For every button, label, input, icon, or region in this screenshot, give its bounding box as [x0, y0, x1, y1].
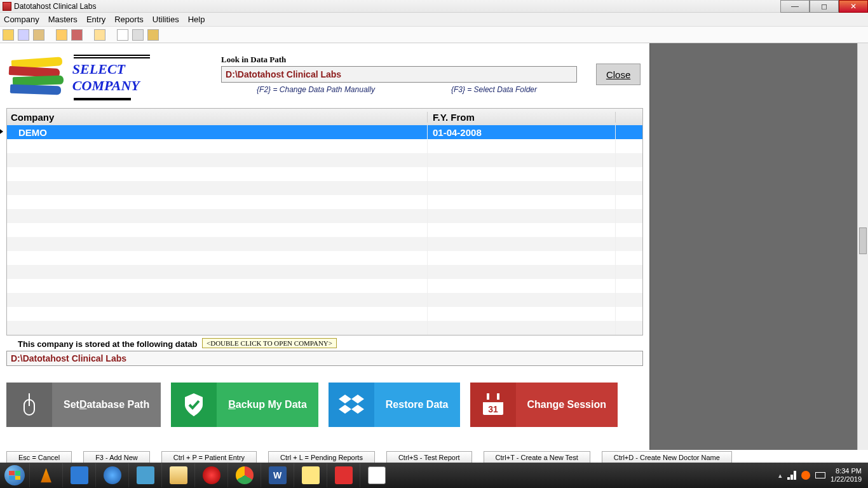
- tray-network-icon[interactable]: [787, 471, 796, 480]
- toolbar-icon-6[interactable]: [94, 29, 105, 41]
- taskbar-app-4[interactable]: [128, 463, 161, 487]
- hint-f3: {F3} = Select Data Folder: [451, 85, 537, 94]
- window-titlebar: Datotahost Clinical Labs — ◻ ✕: [0, 0, 868, 13]
- toolbar-icon-9[interactable]: [147, 29, 159, 41]
- menu-entry[interactable]: Entry: [86, 15, 105, 24]
- menu-bar: Company Masters Entry Reports Utilities …: [0, 13, 868, 27]
- menu-utilities[interactable]: Utilities: [153, 15, 179, 24]
- shortcut-ctrl-s[interactable]: Ctrl+S - Test Report: [386, 451, 472, 463]
- toolbar: [0, 27, 868, 43]
- window-minimize-button[interactable]: —: [780, 0, 810, 13]
- taskbar-app-red[interactable]: [327, 463, 360, 487]
- company-table: Company F.Y. From DEMO 01-04-2008: [6, 108, 643, 336]
- tray-avast-icon[interactable]: [801, 471, 810, 480]
- menu-reports[interactable]: Reports: [114, 15, 144, 24]
- tray-chevron-icon[interactable]: ▴: [778, 471, 782, 480]
- set-database-path-button[interactable]: Set Database Path: [6, 383, 161, 427]
- taskbar-app-2[interactable]: [62, 463, 95, 487]
- shortcut-ctrl-d[interactable]: Ctrl+D - Create New Doctor Name: [602, 451, 732, 463]
- cell-company: DEMO: [18, 127, 47, 138]
- stored-path-display: D:\Datotahost Clinical Labs: [6, 351, 643, 366]
- toolbar-icon-7[interactable]: [117, 29, 128, 41]
- toolbar-icon-2[interactable]: [18, 29, 29, 41]
- taskbar-app-ie[interactable]: [95, 463, 128, 487]
- taskbar-app-current[interactable]: [360, 463, 393, 487]
- menu-company[interactable]: Company: [4, 15, 39, 24]
- menu-masters[interactable]: Masters: [48, 15, 78, 24]
- toolbar-icon-5[interactable]: [71, 29, 83, 41]
- calendar-icon: 31: [470, 383, 516, 427]
- menu-help[interactable]: Help: [188, 15, 205, 24]
- taskbar-app-notes[interactable]: [294, 463, 327, 487]
- toolbar-icon-3[interactable]: [33, 29, 44, 41]
- books-icon: [9, 55, 66, 99]
- svg-text:31: 31: [488, 404, 498, 414]
- stored-label: This company is stored at the following …: [18, 339, 197, 349]
- main-panel: SELECT COMPANY Look in Data Path {F2} = …: [0, 43, 649, 463]
- scrollbar[interactable]: [857, 43, 868, 463]
- tray-battery-icon[interactable]: [815, 472, 825, 478]
- taskbar-app-explorer[interactable]: [161, 463, 194, 487]
- svg-rect-6: [497, 393, 499, 400]
- cell-fy: 01-04-2008: [433, 127, 482, 138]
- window-title: Datotahost Clinical Labs: [14, 2, 96, 11]
- app-icon: [3, 2, 11, 11]
- tray-clock[interactable]: 8:34 PM 1/22/2019: [831, 467, 862, 484]
- taskbar-app-opera[interactable]: [194, 463, 227, 487]
- taskbar-app-vlc[interactable]: [29, 463, 62, 487]
- start-button[interactable]: [0, 463, 29, 488]
- hint-f2: {F2} = Change Data Path Manually: [257, 85, 375, 94]
- svg-rect-4: [483, 397, 503, 402]
- shortcut-ctrl-t[interactable]: Ctrl+T - Create a New Test: [484, 451, 590, 463]
- table-row[interactable]: DEMO 01-04-2008: [7, 125, 642, 139]
- col-company[interactable]: Company: [7, 112, 428, 123]
- page-title: SELECT COMPANY: [72, 58, 196, 97]
- shortcut-bar: Esc = Cancel F3 - Add New Ctrl + P = Pat…: [0, 450, 868, 463]
- backup-my-data-button[interactable]: Backup My Data: [171, 383, 318, 427]
- change-session-button[interactable]: 31 Change Session: [470, 383, 618, 427]
- window-close-button[interactable]: ✕: [839, 0, 868, 13]
- taskbar: W ▴ 8:34 PM 1/22/2019: [0, 463, 868, 488]
- double-click-hint: <DOUBLE CLICK TO OPEN COMPANY>: [202, 338, 337, 348]
- col-fy-from[interactable]: F.Y. From: [428, 112, 616, 123]
- close-button[interactable]: Close: [596, 64, 641, 85]
- window-maximize-button[interactable]: ◻: [810, 0, 839, 13]
- taskbar-app-word[interactable]: W: [261, 463, 294, 487]
- toolbar-icon-8[interactable]: [132, 29, 144, 41]
- shortcut-esc[interactable]: Esc = Cancel: [6, 451, 72, 463]
- shield-check-icon: [171, 383, 217, 427]
- mouse-icon: [6, 383, 52, 427]
- side-gray-panel: [649, 43, 868, 463]
- dropbox-icon: [329, 383, 374, 427]
- data-path-input[interactable]: [221, 66, 577, 83]
- svg-rect-5: [487, 393, 489, 400]
- data-path-label: Look in Data Path: [221, 55, 577, 65]
- toolbar-icon-1[interactable]: [3, 29, 14, 41]
- shortcut-ctrl-p[interactable]: Ctrl + P = Patient Entry: [161, 451, 257, 463]
- restore-data-button[interactable]: Restore Data: [329, 383, 460, 427]
- toolbar-icon-4[interactable]: [56, 29, 67, 41]
- taskbar-app-chrome[interactable]: [227, 463, 261, 487]
- shortcut-f3[interactable]: F3 - Add New: [83, 451, 150, 463]
- shortcut-ctrl-l[interactable]: Ctrl + L = Pending Reports: [268, 451, 375, 463]
